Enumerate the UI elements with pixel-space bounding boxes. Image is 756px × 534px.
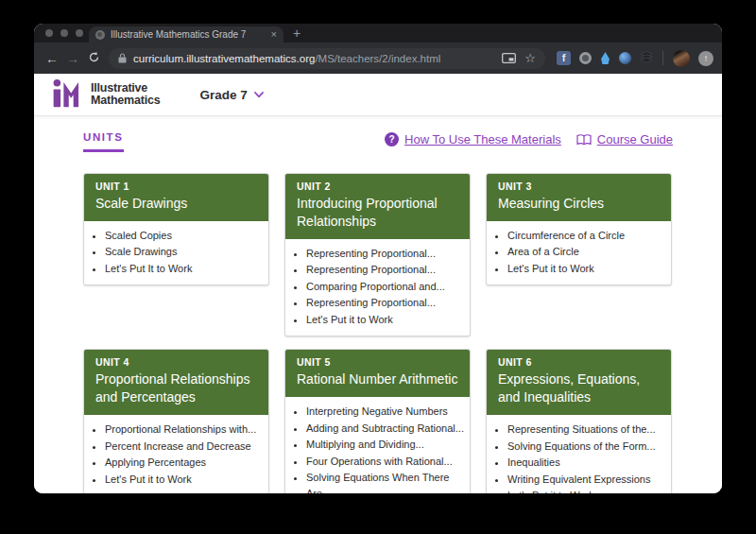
url-domain: curriculum.illustrativemathematics.org [133,53,315,64]
help-circle-icon: ? [385,132,399,146]
minimize-window-button[interactable] [60,29,68,37]
lesson-item[interactable]: Applying Percentages [105,455,265,471]
tab-title: Illustrative Mathematics Grade 7 [111,29,266,40]
logo-line-2: Mathematics [91,95,161,108]
site-header: Illustrative Mathematics Grade 7 [34,74,722,116]
address-bar[interactable]: curriculum.illustrativemathematics.org/M… [109,48,545,69]
extension-flame-icon[interactable] [600,52,610,64]
grade-selector-label: Grade 7 [200,88,248,102]
unit-card-header[interactable]: UNIT 2 Introducing Proportional Relation… [285,174,470,239]
course-guide-label: Course Guide [597,132,673,146]
lesson-item[interactable]: Representing Proportional... [306,262,466,278]
unit-card-header[interactable]: UNIT 4 Proportional Relationships and Pe… [84,350,268,415]
lesson-item[interactable]: Area of a Circle [507,244,667,260]
unit-number-label: UNIT 6 [498,356,660,368]
lesson-item[interactable]: Let's Put it to Work [507,488,667,493]
lesson-list: Proportional Relationships with...Percen… [84,415,268,493]
unit-card: UNIT 1 Scale Drawings Scaled CopiesScale… [83,173,269,285]
chevron-down-icon [254,92,264,98]
url-path: /MS/teachers/2/index.html [315,53,440,64]
page-content: Illustrative Mathematics Grade 7 UNITS ?… [34,74,722,493]
lesson-item[interactable]: Comparing Proportional and... [306,279,466,295]
lesson-list: Representing Proportional...Representing… [285,239,470,336]
close-window-button[interactable] [45,29,53,37]
unit-number-label: UNIT 3 [498,181,660,192]
lesson-item[interactable]: Representing Proportional... [306,295,466,311]
lesson-item[interactable]: Interpreting Negative Numbers [306,404,466,420]
lesson-item[interactable]: Solving Equations of the Form... [507,439,667,455]
lesson-item[interactable]: Multiplying and Dividing... [306,437,466,453]
unit-title: Measuring Circles [498,195,660,213]
browser-toolbar: ← → curriculum.illustrativemathematics.o… [34,43,722,74]
tab-close-icon[interactable]: × [271,29,277,40]
unit-card-header[interactable]: UNIT 6 Expressions, Equations, and Inequ… [487,350,671,415]
lesson-item[interactable]: Writing Equivalent Expressions [507,472,667,488]
section-nav: UNITS ? How To Use These Materials Cours… [34,116,722,152]
lesson-item[interactable]: Percent Increase and Decrease [105,439,265,455]
lesson-list: Scaled CopiesScale DrawingsLet's Put It … [84,221,268,285]
media-controls-icon[interactable] [502,50,516,67]
extensions-area: f ↑ [557,50,713,67]
unit-card-header[interactable]: UNIT 5 Rational Number Arithmetic [285,350,470,397]
course-guide-link[interactable]: Course Guide [576,132,673,146]
lesson-list: Circumference of a CircleArea of a Circl… [487,221,671,285]
new-tab-button[interactable]: + [293,26,301,41]
extension-globe-icon[interactable] [619,52,631,64]
unit-card: UNIT 2 Introducing Proportional Relation… [284,173,471,336]
browser-update-icon[interactable]: ↑ [698,51,713,66]
extension-layers-icon[interactable] [640,50,653,67]
units-grid: UNIT 1 Scale Drawings Scaled CopiesScale… [34,152,722,493]
lock-icon [118,50,127,67]
zoom-window-button[interactable] [76,29,83,37]
lesson-list: Interpreting Negative NumbersAdding and … [285,397,470,493]
back-icon[interactable]: ← [43,51,61,66]
tab-favicon-icon [95,30,105,40]
window-controls[interactable] [45,29,83,37]
lesson-item[interactable]: Let's Put it to Work [105,472,265,488]
illustrative-mathematics-logo-icon[interactable] [52,78,83,112]
unit-card-header[interactable]: UNIT 1 Scale Drawings [84,174,268,221]
extension-circle-icon[interactable] [579,52,592,64]
unit-card: UNIT 4 Proportional Relationships and Pe… [83,349,269,493]
profile-avatar[interactable] [673,50,690,67]
header-links: ? How To Use These Materials Course Guid… [385,132,673,152]
refresh-icon[interactable] [84,50,103,67]
book-icon [576,134,592,146]
lesson-item[interactable]: Representing Situations of the... [507,422,667,438]
lesson-item[interactable]: Solving Equations When There Are... [306,470,466,493]
unit-card: UNIT 6 Expressions, Equations, and Inequ… [486,349,672,493]
lesson-list: Representing Situations of the...Solving… [487,415,671,493]
facebook-extension-icon[interactable]: f [557,51,571,65]
unit-title: Scale Drawings [95,195,257,213]
unit-card-header[interactable]: UNIT 3 Measuring Circles [487,174,671,221]
browser-window: Illustrative Mathematics Grade 7 × + ← →… [34,24,722,493]
lesson-item[interactable]: Scaled Copies [105,228,265,244]
unit-title: Expressions, Equations, and Inequalities [498,370,660,406]
grade-selector[interactable]: Grade 7 [200,88,264,102]
lesson-item[interactable]: Four Operations with Rational... [306,454,466,470]
url-text: curriculum.illustrativemathematics.org/M… [133,53,495,64]
lesson-item[interactable]: Representing Proportional... [306,246,466,262]
logo-line-1: Illustrative [91,82,161,95]
lesson-item[interactable]: Inequalities [507,455,667,471]
how-to-use-label: How To Use These Materials [404,132,561,146]
unit-number-label: UNIT 4 [95,356,257,368]
lesson-item[interactable]: Let's Put it to Work [507,261,667,277]
lesson-item[interactable]: Let's Put it to Work [306,312,466,328]
unit-title: Rational Number Arithmetic [297,370,458,388]
lesson-item[interactable]: Circumference of a Circle [507,228,667,244]
toolbar-divider [662,51,663,65]
tab-units[interactable]: UNITS [83,131,124,152]
site-logo-text[interactable]: Illustrative Mathematics [91,82,161,108]
forward-icon[interactable]: → [63,51,82,66]
unit-card: UNIT 3 Measuring Circles Circumference o… [486,173,672,285]
lesson-item[interactable]: Proportional Relationships with... [105,422,265,438]
lesson-item[interactable]: Adding and Subtracting Rational... [306,421,466,437]
how-to-use-link[interactable]: ? How To Use These Materials [385,132,561,146]
unit-number-label: UNIT 5 [297,356,458,368]
bookmark-star-icon[interactable]: ☆ [524,52,536,64]
lesson-item[interactable]: Scale Drawings [105,244,265,260]
unit-title: Proportional Relationships and Percentag… [95,370,257,406]
lesson-item[interactable]: Let's Put It to Work [105,261,265,277]
browser-tab[interactable]: Illustrative Mathematics Grade 7 × [89,26,284,43]
